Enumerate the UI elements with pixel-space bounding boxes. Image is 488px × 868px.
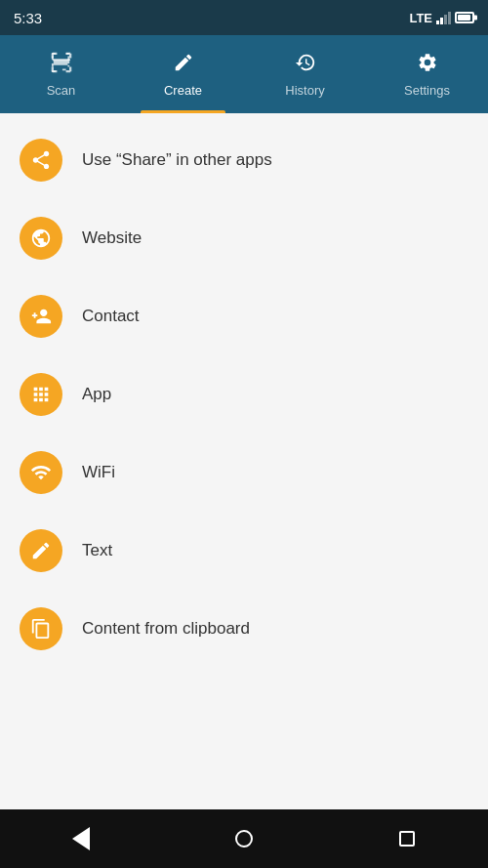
create-icon (173, 52, 194, 77)
app-label: App (82, 385, 111, 404)
clipboard-icon-circle (20, 607, 62, 650)
share-label: Use “Share” in other apps (82, 150, 272, 170)
list-item-wifi[interactable]: WiFi (0, 434, 488, 512)
text-icon-circle (20, 529, 62, 572)
main-content: Use “Share” in other apps Website Contac… (0, 113, 488, 809)
app-icon-circle (20, 373, 62, 416)
nav-recents-button[interactable] (387, 819, 427, 858)
tab-bar: Scan Create History Settings (0, 35, 488, 113)
settings-icon (417, 52, 438, 77)
contact-label: Contact (82, 307, 140, 326)
status-icons: LTE (409, 11, 474, 25)
status-time: 5:33 (14, 10, 42, 26)
tab-settings-label: Settings (404, 83, 450, 98)
website-label: Website (82, 228, 142, 248)
battery-icon (455, 12, 474, 23)
scan-icon (51, 52, 72, 77)
back-icon (72, 827, 90, 850)
nav-home-button[interactable] (224, 819, 264, 858)
clipboard-label: Content from clipboard (82, 619, 250, 639)
list-item-website[interactable]: Website (0, 199, 488, 277)
share-icon-circle (20, 139, 62, 182)
tab-create[interactable]: Create (122, 35, 244, 113)
list-item-app[interactable]: App (0, 355, 488, 434)
nav-back-button[interactable] (61, 819, 101, 858)
website-icon-circle (20, 217, 62, 260)
tab-scan[interactable]: Scan (0, 35, 122, 113)
tab-scan-label: Scan (47, 83, 76, 98)
tab-create-label: Create (164, 83, 202, 98)
tab-history-label: History (285, 83, 324, 98)
list-item-contact[interactable]: Contact (0, 277, 488, 355)
signal-icon (436, 11, 451, 24)
svg-rect-0 (52, 59, 69, 61)
wifi-icon-circle (20, 451, 62, 494)
tab-history[interactable]: History (244, 35, 366, 113)
list-item-clipboard[interactable]: Content from clipboard (0, 590, 488, 668)
home-icon (235, 830, 253, 847)
history-icon (295, 52, 316, 77)
recents-icon (399, 831, 415, 847)
tab-settings[interactable]: Settings (366, 35, 488, 113)
contact-icon-circle (20, 295, 62, 338)
status-bar: 5:33 LTE (0, 0, 488, 35)
list-item-text[interactable]: Text (0, 512, 488, 590)
list-item-share[interactable]: Use “Share” in other apps (0, 121, 488, 199)
bottom-nav (0, 809, 488, 868)
text-label: Text (82, 541, 112, 560)
wifi-label: WiFi (82, 463, 115, 482)
lte-label: LTE (409, 11, 432, 25)
